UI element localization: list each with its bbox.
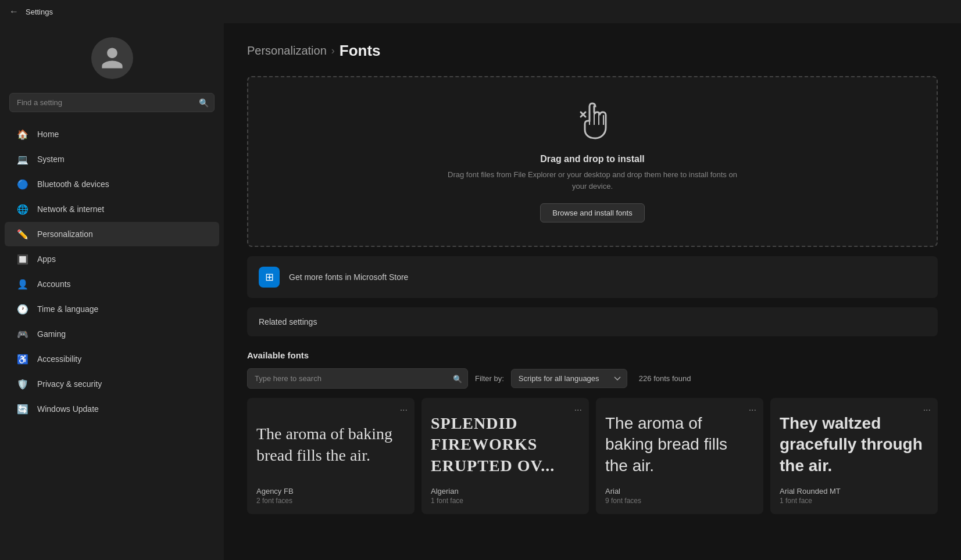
nav-icon-apps: 🔲 <box>16 253 29 265</box>
nav-label-network: Network & internet <box>37 204 104 214</box>
back-button[interactable]: ← <box>9 6 19 17</box>
nav-icon-bluetooth: 🔵 <box>16 178 29 191</box>
sidebar-item-windows-update[interactable]: 🔄 Windows Update <box>5 397 219 421</box>
drag-drop-icon <box>569 100 616 147</box>
font-card-name: Arial <box>605 487 754 496</box>
font-card-name: Arial Rounded MT <box>780 487 928 496</box>
font-card[interactable]: ··· They waltzed gracefully through the … <box>770 398 938 514</box>
nav-label-system: System <box>37 155 65 164</box>
sidebar-item-personalization[interactable]: ✏️ Personalization <box>5 222 219 246</box>
font-card[interactable]: ··· The aroma of baking bread fills the … <box>247 398 415 514</box>
font-card-faces: 1 font face <box>780 497 928 505</box>
titlebar: ← Settings <box>0 0 961 23</box>
sidebar-item-privacy[interactable]: 🛡️ Privacy & security <box>5 372 219 396</box>
nav-icon-time: 🕐 <box>16 303 29 315</box>
main-layout: 🔍 🏠 Home 💻 System 🔵 Bluetooth & devices … <box>0 23 961 560</box>
sidebar-item-system[interactable]: 💻 System <box>5 147 219 171</box>
font-card[interactable]: ··· The aroma of baking bread fills the … <box>596 398 763 514</box>
breadcrumb-separator: › <box>331 45 335 57</box>
nav-label-accessibility: Accessibility <box>37 354 81 364</box>
ms-store-icon: ⊞ <box>259 267 280 288</box>
font-card-menu[interactable]: ··· <box>574 405 582 415</box>
font-search-icon: 🔍 <box>453 374 462 383</box>
filter-by-label: Filter by: <box>475 374 504 383</box>
search-input[interactable] <box>9 93 215 112</box>
nav-icon-windows-update: 🔄 <box>16 403 29 415</box>
sidebar-item-home[interactable]: 🏠 Home <box>5 122 219 146</box>
font-card-menu[interactable]: ··· <box>400 405 408 415</box>
nav-icon-accounts: 👤 <box>16 278 29 290</box>
font-card-faces: 2 font faces <box>256 497 405 505</box>
font-search-box: 🔍 <box>247 368 468 389</box>
nav-icon-gaming: 🎮 <box>16 328 29 340</box>
font-card[interactable]: ··· SPLENDID FIREWORKS ERUPTED OV... Alg… <box>421 398 589 514</box>
sidebar-item-bluetooth[interactable]: 🔵 Bluetooth & devices <box>5 172 219 196</box>
font-card-preview: The aroma of baking bread fills the air. <box>256 410 405 487</box>
font-card-menu[interactable]: ··· <box>923 405 931 415</box>
related-settings: Related settings <box>247 307 938 336</box>
font-card-name: Agency FB <box>256 487 405 496</box>
nav-label-accounts: Accounts <box>37 279 71 289</box>
nav-icon-accessibility: ♿ <box>16 353 29 365</box>
font-card-faces: 9 font faces <box>605 497 754 505</box>
fonts-search-row: 🔍 Filter by: Scripts for all languages L… <box>247 368 938 389</box>
font-card-preview: The aroma of baking bread fills the air. <box>605 410 754 487</box>
nav-icon-network: 🌐 <box>16 203 29 216</box>
nav-label-time: Time & language <box>37 304 98 314</box>
sidebar-item-accessibility[interactable]: ♿ Accessibility <box>5 347 219 371</box>
fonts-count: 226 fonts found <box>639 374 691 383</box>
font-cards-grid: ··· The aroma of baking bread fills the … <box>247 398 938 514</box>
font-card-menu[interactable]: ··· <box>749 405 756 415</box>
avatar[interactable] <box>91 37 133 79</box>
sidebar-nav: 🏠 Home 💻 System 🔵 Bluetooth & devices 🌐 … <box>0 121 224 422</box>
user-icon <box>99 45 125 71</box>
nav-icon-system: 💻 <box>16 153 29 166</box>
filter-select[interactable]: Scripts for all languages Latin Cyrillic… <box>511 369 627 388</box>
sidebar-item-gaming[interactable]: 🎮 Gaming <box>5 322 219 346</box>
nav-icon-privacy: 🛡️ <box>16 378 29 390</box>
nav-label-privacy: Privacy & security <box>37 379 102 389</box>
search-icon: 🔍 <box>199 98 209 107</box>
sidebar-item-time[interactable]: 🕐 Time & language <box>5 297 219 321</box>
nav-icon-home: 🏠 <box>16 128 29 141</box>
breadcrumb-current: Fonts <box>340 42 381 60</box>
font-card-preview: SPLENDID FIREWORKS ERUPTED OV... <box>431 410 580 487</box>
nav-label-windows-update: Windows Update <box>37 404 99 414</box>
related-settings-title: Related settings <box>259 317 317 326</box>
browse-and-install-button[interactable]: Browse and install fonts <box>540 203 644 222</box>
drag-drop-description: Drag font files from File Explorer or yo… <box>447 169 738 192</box>
nav-label-home: Home <box>37 130 59 139</box>
font-card-preview: They waltzed gracefully through the air. <box>780 410 928 487</box>
sidebar: 🔍 🏠 Home 💻 System 🔵 Bluetooth & devices … <box>0 23 224 560</box>
content-area: Personalization › Fonts Drag and drop to… <box>224 23 961 560</box>
drag-drop-area[interactable]: Drag and drop to install Drag font files… <box>247 76 938 247</box>
font-search-input[interactable] <box>247 368 468 389</box>
sidebar-item-apps[interactable]: 🔲 Apps <box>5 247 219 271</box>
titlebar-title: Settings <box>26 8 53 16</box>
nav-label-bluetooth: Bluetooth & devices <box>37 180 109 189</box>
breadcrumb-parent[interactable]: Personalization <box>247 44 327 58</box>
ms-store-label: Get more fonts in Microsoft Store <box>289 272 408 282</box>
nav-label-apps: Apps <box>37 254 56 264</box>
available-fonts-section: Available fonts 🔍 Filter by: Scripts for… <box>247 350 938 514</box>
nav-icon-personalization: ✏️ <box>16 228 29 240</box>
available-fonts-title: Available fonts <box>247 350 938 360</box>
font-card-faces: 1 font face <box>431 497 580 505</box>
nav-label-personalization: Personalization <box>37 229 93 239</box>
drag-drop-title: Drag and drop to install <box>540 154 645 164</box>
sidebar-item-network[interactable]: 🌐 Network & internet <box>5 197 219 221</box>
font-card-name: Algerian <box>431 487 580 496</box>
sidebar-search: 🔍 <box>9 93 215 112</box>
ms-store-row[interactable]: ⊞ Get more fonts in Microsoft Store <box>247 256 938 298</box>
sidebar-item-accounts[interactable]: 👤 Accounts <box>5 272 219 296</box>
nav-label-gaming: Gaming <box>37 329 66 339</box>
breadcrumb: Personalization › Fonts <box>247 42 938 60</box>
